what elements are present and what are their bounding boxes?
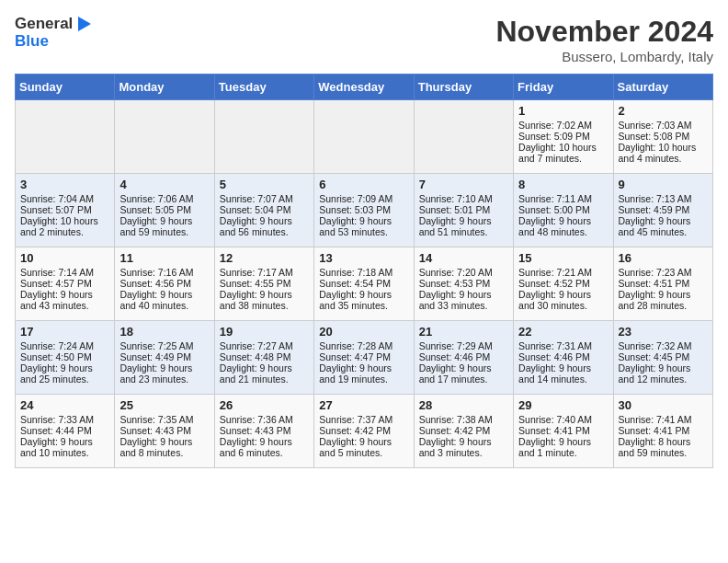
sunset-text: Sunset: 5:01 PM [419,204,508,215]
table-cell: 3Sunrise: 7:04 AMSunset: 5:07 PMDaylight… [16,174,115,247]
daylight-text: Daylight: 9 hours and 59 minutes. [119,215,209,237]
sunset-text: Sunset: 5:09 PM [518,131,608,142]
sunrise-text: Sunrise: 7:23 AM [619,267,708,278]
table-cell: 17Sunrise: 7:24 AMSunset: 4:50 PMDayligh… [16,321,115,395]
sunset-text: Sunset: 4:55 PM [220,278,309,289]
day-number: 28 [419,398,508,412]
table-cell: 5Sunrise: 7:07 AMSunset: 5:04 PMDaylight… [214,174,313,247]
sunrise-text: Sunrise: 7:20 AM [419,267,508,278]
day-number: 21 [419,325,508,339]
daylight-text: Daylight: 9 hours and 56 minutes. [220,215,309,237]
header-thursday: Thursday [414,75,513,100]
page-header: General Blue November 2024 Bussero, Lomb… [15,15,713,64]
sunrise-text: Sunrise: 7:10 AM [419,193,508,204]
day-number: 14 [419,251,508,265]
day-number: 23 [619,325,708,339]
day-number: 9 [619,178,708,191]
sunrise-text: Sunrise: 7:18 AM [319,267,408,278]
sunset-text: Sunset: 5:08 PM [619,131,708,142]
sunset-text: Sunset: 4:44 PM [20,425,109,436]
day-number: 13 [319,251,408,265]
sunrise-text: Sunrise: 7:36 AM [220,414,309,425]
sunset-text: Sunset: 5:07 PM [20,204,109,215]
logo-blue-text: Blue [15,33,93,51]
daylight-text: Daylight: 9 hours and 23 minutes. [119,362,209,385]
svg-marker-0 [78,17,91,31]
sunset-text: Sunset: 4:51 PM [619,278,708,289]
daylight-text: Daylight: 9 hours and 10 minutes. [20,436,109,458]
sunrise-text: Sunrise: 7:27 AM [220,340,309,351]
sunrise-text: Sunrise: 7:25 AM [119,340,209,351]
sunset-text: Sunset: 4:42 PM [419,425,508,436]
daylight-text: Daylight: 9 hours and 5 minutes. [319,436,408,458]
sunrise-text: Sunrise: 7:29 AM [419,340,508,351]
daylight-text: Daylight: 9 hours and 8 minutes. [119,436,209,458]
sunset-text: Sunset: 4:54 PM [319,278,408,289]
sunrise-text: Sunrise: 7:09 AM [319,193,408,204]
sunset-text: Sunset: 5:04 PM [220,204,309,215]
table-cell [414,100,513,174]
table-cell: 8Sunrise: 7:11 AMSunset: 5:00 PMDaylight… [514,174,613,247]
daylight-text: Daylight: 8 hours and 59 minutes. [619,436,708,458]
day-number: 7 [419,178,508,191]
header-sunday: Sunday [16,75,115,100]
day-number: 6 [319,178,408,191]
table-cell: 29Sunrise: 7:40 AMSunset: 4:41 PMDayligh… [514,395,613,468]
sunset-text: Sunset: 4:56 PM [119,278,209,289]
table-cell: 24Sunrise: 7:33 AMSunset: 4:44 PMDayligh… [16,395,115,468]
table-cell: 2Sunrise: 7:03 AMSunset: 5:08 PMDaylight… [613,100,712,174]
table-cell: 16Sunrise: 7:23 AMSunset: 4:51 PMDayligh… [613,247,712,321]
table-cell: 20Sunrise: 7:28 AMSunset: 4:47 PMDayligh… [314,321,414,395]
table-cell: 30Sunrise: 7:41 AMSunset: 4:41 PMDayligh… [613,395,712,468]
day-number: 4 [119,178,209,191]
weekday-header-row: Sunday Monday Tuesday Wednesday Thursday… [16,75,713,100]
sunset-text: Sunset: 4:57 PM [20,278,109,289]
table-cell: 6Sunrise: 7:09 AMSunset: 5:03 PMDaylight… [314,174,414,247]
day-number: 30 [619,398,708,412]
daylight-text: Daylight: 9 hours and 33 minutes. [419,289,508,311]
sunrise-text: Sunrise: 7:35 AM [119,414,209,425]
sunrise-text: Sunrise: 7:02 AM [518,120,608,131]
sunrise-text: Sunrise: 7:21 AM [518,267,608,278]
daylight-text: Daylight: 9 hours and 19 minutes. [319,362,408,385]
sunrise-text: Sunrise: 7:17 AM [220,267,309,278]
day-number: 8 [518,178,608,191]
sunset-text: Sunset: 4:41 PM [619,425,708,436]
table-cell: 1Sunrise: 7:02 AMSunset: 5:09 PMDaylight… [514,100,613,174]
table-cell [16,100,115,174]
day-number: 26 [220,398,309,412]
title-area: November 2024 Bussero, Lombardy, Italy [495,15,713,64]
sunset-text: Sunset: 5:00 PM [518,204,608,215]
sunrise-text: Sunrise: 7:14 AM [20,267,109,278]
logo-arrow-icon [74,15,93,33]
day-number: 17 [20,325,109,339]
logo: General Blue [15,15,93,51]
table-cell: 9Sunrise: 7:13 AMSunset: 4:59 PMDaylight… [613,174,712,247]
day-number: 1 [518,104,608,118]
sunrise-text: Sunrise: 7:03 AM [619,120,708,131]
day-number: 11 [119,251,209,265]
daylight-text: Daylight: 9 hours and 43 minutes. [20,289,109,311]
header-tuesday: Tuesday [214,75,313,100]
sunrise-text: Sunrise: 7:28 AM [319,340,408,351]
table-cell [115,100,214,174]
table-cell: 11Sunrise: 7:16 AMSunset: 4:56 PMDayligh… [115,247,214,321]
sunrise-text: Sunrise: 7:07 AM [220,193,309,204]
daylight-text: Daylight: 9 hours and 53 minutes. [319,215,408,237]
table-cell: 19Sunrise: 7:27 AMSunset: 4:48 PMDayligh… [214,321,313,395]
table-cell: 12Sunrise: 7:17 AMSunset: 4:55 PMDayligh… [214,247,313,321]
week-row-4: 17Sunrise: 7:24 AMSunset: 4:50 PMDayligh… [16,321,713,395]
logo-general-text: General [15,16,73,33]
table-cell: 23Sunrise: 7:32 AMSunset: 4:45 PMDayligh… [613,321,712,395]
table-cell: 27Sunrise: 7:37 AMSunset: 4:42 PMDayligh… [314,395,414,468]
sunset-text: Sunset: 5:03 PM [319,204,408,215]
sunrise-text: Sunrise: 7:13 AM [619,193,708,204]
header-friday: Friday [514,75,613,100]
header-saturday: Saturday [613,75,712,100]
table-cell: 25Sunrise: 7:35 AMSunset: 4:43 PMDayligh… [115,395,214,468]
sunset-text: Sunset: 4:46 PM [518,351,608,362]
daylight-text: Daylight: 9 hours and 3 minutes. [419,436,508,458]
table-cell [214,100,313,174]
location-subtitle: Bussero, Lombardy, Italy [495,49,713,64]
sunrise-text: Sunrise: 7:32 AM [619,340,708,351]
